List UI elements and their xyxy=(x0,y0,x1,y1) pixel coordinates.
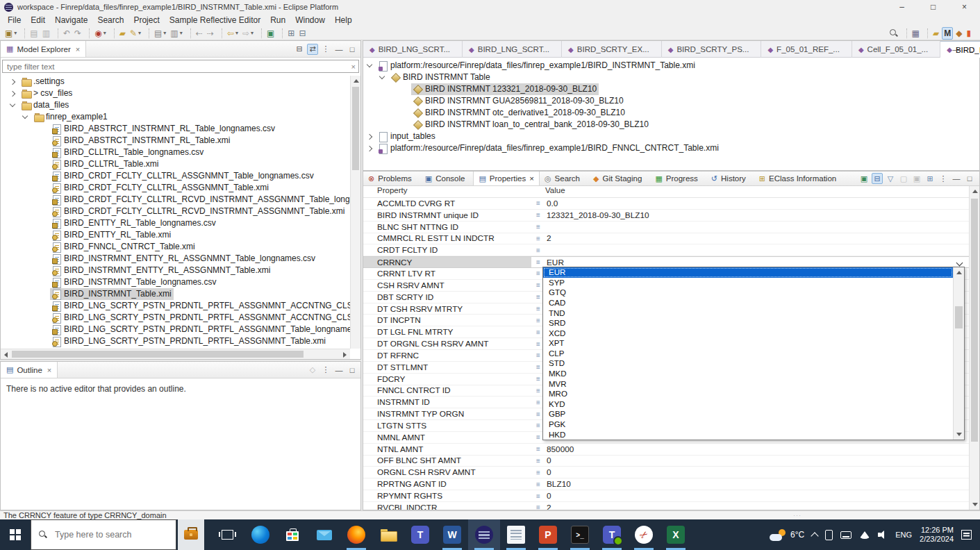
git-staging[interactable]: ◆ Git Staging xyxy=(588,172,650,185)
chevron-icon[interactable] xyxy=(379,74,385,79)
property-row[interactable]: NTNL AMNT ≡ 850000 xyxy=(363,444,969,456)
chevron-icon[interactable] xyxy=(10,101,15,107)
tree-item[interactable]: BIRD_CLLTRL_Table.xmi xyxy=(1,158,350,170)
dropdown-option[interactable]: SYP xyxy=(543,278,953,288)
editor-tree-item[interactable]: platform:/resource/Finrep/data_files/fin… xyxy=(363,142,979,154)
search-icon[interactable] xyxy=(888,27,900,40)
property-row[interactable]: RPYMNT RGHTS ≡ 0 xyxy=(363,490,969,502)
tree-item[interactable]: BIRD_INSTRMNT_Table.xmi xyxy=(1,288,350,300)
tree-item[interactable]: BIRD_ENTTY_RL_Table_longnames.csv xyxy=(1,217,350,229)
combo-dropdown-icon[interactable] xyxy=(956,260,963,267)
dropdown-option[interactable]: KYD xyxy=(543,399,953,410)
toolbar-icon[interactable]: ⇨ xyxy=(241,27,255,40)
property-row[interactable]: CMMRCL RL ESTT LN INDCTR ≡ 2 xyxy=(363,233,969,245)
mail[interactable] xyxy=(308,519,340,550)
explorer-horizontal-scrollbar[interactable] xyxy=(1,349,350,359)
toolbar-icon[interactable]: ⇠ xyxy=(189,27,204,40)
wifi-icon[interactable] xyxy=(859,531,870,539)
scroll-down-icon[interactable] xyxy=(954,429,965,440)
scroll-up-icon[interactable] xyxy=(351,76,361,86)
editor-tree-item[interactable]: BIRD INSTRMNT otc_derivative1_2018-09-30… xyxy=(363,107,979,119)
minimize-view-icon[interactable]: — xyxy=(333,44,344,55)
properties[interactable]: ▤ Properties × xyxy=(473,172,540,185)
toolbar-icon[interactable]: ✎ xyxy=(128,27,142,40)
tree-item[interactable]: BIRD_INSTRMNT_Table_longnames.csv xyxy=(1,276,350,288)
toolbar-icon[interactable]: ▤ xyxy=(23,27,39,40)
perspective-icon[interactable]: ◆ xyxy=(954,27,963,40)
perspective-icon[interactable]: ▮ xyxy=(965,27,972,40)
maximize-view-icon[interactable]: □ xyxy=(964,173,975,184)
dropdown-option[interactable]: EUR xyxy=(543,267,953,278)
tree-item[interactable]: BIRD_CLLTRL_Table_longnames.csv xyxy=(1,147,350,158)
tree-item[interactable]: BIRD_ENTTY_RL_Table.xmi xyxy=(1,229,350,241)
property-value-cell[interactable]: ≡ 2 xyxy=(531,502,969,510)
close-tab-icon[interactable]: × xyxy=(76,45,80,53)
eclipse[interactable] xyxy=(468,519,500,550)
editor-tab[interactable]: ◆ BIRD_LNG_SCRT... xyxy=(363,41,463,58)
scroll-up-icon[interactable] xyxy=(954,267,965,278)
scrollbar-thumb[interactable] xyxy=(352,87,359,170)
chevron-icon[interactable] xyxy=(22,113,28,119)
new-properties-view-icon[interactable]: ▣ xyxy=(858,173,870,184)
toolbar-icon[interactable]: ▣ xyxy=(260,27,276,40)
briefcase-app-button[interactable] xyxy=(178,519,204,550)
snip[interactable] xyxy=(628,519,660,550)
tree-item[interactable]: > csv_files xyxy=(1,88,350,99)
chevron-icon[interactable] xyxy=(367,133,372,139)
property-value-cell[interactable]: ≡ 0 xyxy=(531,490,969,501)
tree-item[interactable]: BIRD_LNG_SCRTY_PSTN_PRDNTL_PRTFL_ASSGNMN… xyxy=(1,300,350,312)
search[interactable]: ◎ Search xyxy=(540,172,588,185)
toolbar-icon[interactable]: ↷ xyxy=(73,27,83,40)
editor-tree-item[interactable]: BIRD INSTRMNT 123321_2018-09-30_BLZ10 xyxy=(363,83,979,95)
tree-item[interactable]: BIRD_INSTRMNT_ENTTY_RL_ASSGNMNT_Table.xm… xyxy=(1,265,350,276)
problems[interactable]: ⊗ Problems xyxy=(363,172,420,185)
store[interactable] xyxy=(276,519,308,550)
menu-item[interactable]: File xyxy=(3,14,26,26)
dropdown-option[interactable]: MKD xyxy=(543,369,953,379)
view-menu-icon[interactable]: ⋮ xyxy=(938,173,949,184)
word[interactable] xyxy=(436,519,468,550)
toolbar-icon[interactable]: ▤ xyxy=(147,27,167,40)
console[interactable]: ▣ Console xyxy=(420,172,474,185)
editor-tab[interactable]: ◆ BIRD_SCRTY_PS... xyxy=(662,41,762,58)
tree-item[interactable]: BIRD_INSTRMNT_ENTTY_RL_ASSGNMNT_Table_lo… xyxy=(1,253,350,265)
editor-tab[interactable]: ◆ BIRD_SCRTY_EX... xyxy=(562,41,662,58)
scrollbar-thumb[interactable] xyxy=(955,306,963,328)
close-tab-icon[interactable]: × xyxy=(529,174,534,183)
weather-widget[interactable]: 6°C xyxy=(770,529,804,541)
toolbar-icon[interactable]: ▥ xyxy=(41,27,51,40)
dropdown-option[interactable]: GBP xyxy=(543,409,953,419)
minimize-view-icon[interactable]: — xyxy=(333,365,344,376)
clear-filter-icon[interactable]: × xyxy=(351,62,356,71)
tree-item[interactable]: BIRD_ABSTRCT_INSTRMNT_RL_Table_longnames… xyxy=(1,123,350,135)
dropdown-option[interactable]: XPT xyxy=(543,338,953,349)
maximize-view-icon[interactable]: □ xyxy=(347,44,358,55)
dropdown-option[interactable]: HKD xyxy=(543,429,953,440)
toolbar-icon[interactable]: ▣ xyxy=(3,27,18,40)
tablet-icon[interactable] xyxy=(825,530,833,540)
maximize-view-icon[interactable]: □ xyxy=(966,44,977,55)
minimize-view-icon[interactable]: — xyxy=(951,173,962,184)
editor-tab[interactable]: ◆ BIRD_LNG_SCRT... xyxy=(463,41,562,58)
tree-item[interactable]: BIRD_CRDT_FCLTY_CLLTRL_RCVD_INSTRMNT_ASS… xyxy=(1,194,350,206)
tab-model-explorer[interactable]: ▦ Model Explorer × xyxy=(1,41,86,57)
tree-item[interactable]: BIRD_ABSTRCT_INSTRMNT_RL_Table.xmi xyxy=(1,135,350,147)
collapse-all-icon[interactable]: ⊟ xyxy=(294,44,305,55)
perspective-icon[interactable]: ▰ xyxy=(926,27,940,40)
show-categories-icon[interactable]: ▣ xyxy=(911,173,922,184)
tree-item[interactable]: BIRD_CRDT_FCLTY_CLLTRL_RCVD_INSTRMNT_ASS… xyxy=(1,206,350,217)
close-window-button[interactable]: × xyxy=(949,0,980,14)
progress[interactable]: ▦ Progress xyxy=(650,172,706,185)
property-row[interactable]: ACCMLTD CVRG RT ≡ 0.0 xyxy=(363,198,969,210)
toolbar-icon[interactable]: ⇦ xyxy=(220,27,240,40)
menu-item[interactable]: Window xyxy=(290,14,330,26)
tree-item[interactable]: BIRD_FNNCL_CNTRCT_Table.xmi xyxy=(1,241,350,253)
menu-item[interactable]: Run xyxy=(265,14,290,26)
properties-vertical-scrollbar[interactable] xyxy=(969,186,979,510)
scrollbar-thumb[interactable] xyxy=(12,351,304,358)
menu-item[interactable]: Project xyxy=(128,14,164,26)
keyboard-icon[interactable] xyxy=(840,531,852,539)
eclass-information[interactable]: ⊞ EClass Information xyxy=(754,172,845,185)
editor-tab[interactable]: ◆ Cell_F_05_01_... xyxy=(852,41,940,58)
menu-item[interactable]: Search xyxy=(92,14,128,26)
